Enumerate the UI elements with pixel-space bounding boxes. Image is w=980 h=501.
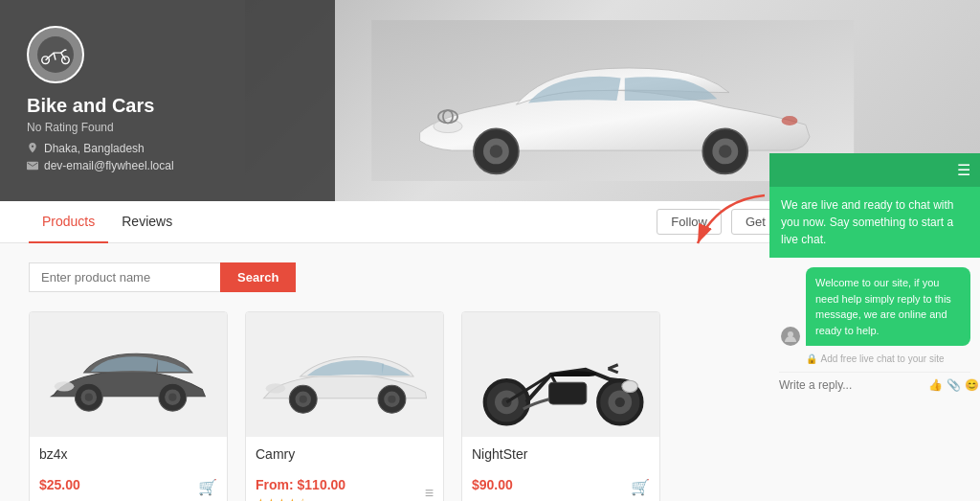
svg-point-6 (719, 145, 731, 157)
product-image-nightster (462, 312, 659, 437)
product-details-bz4x: bz4x (30, 437, 227, 477)
chat-menu-icon[interactable]: ☰ (957, 161, 970, 179)
vendor-name: Bike and Cars (27, 95, 308, 117)
add-to-cart-nightster[interactable]: 🛒 (631, 478, 650, 496)
chat-greeting: We are live and ready to chat with you n… (769, 187, 980, 258)
search-group: Search (29, 262, 296, 292)
product-details-camry: Camry (246, 437, 443, 477)
product-footer-nightster: $90.00 🛒 (462, 477, 659, 501)
product-stars-camry: ★★★★☆ (256, 496, 345, 501)
svg-point-26 (168, 394, 176, 401)
chat-message-bubble: Welcome to our site, if you need help si… (806, 267, 970, 346)
product-name-nightster: NightSter (472, 446, 650, 462)
vendor-avatar (27, 26, 84, 83)
svg-point-34 (388, 396, 395, 403)
product-details-nightster: NightSter (462, 437, 659, 477)
product-image-bz4x (30, 312, 227, 437)
vendor-rating: No Rating Found (27, 121, 308, 134)
vendor-location: Dhaka, Bangladesh (27, 142, 308, 155)
svg-point-10 (781, 116, 797, 125)
product-options-camry[interactable]: ≡ (425, 485, 434, 501)
search-input[interactable] (29, 262, 220, 292)
chat-body: Welcome to our site, if you need help si… (769, 258, 980, 399)
tab-products[interactable]: Products (29, 201, 108, 243)
svg-point-7 (434, 120, 462, 132)
svg-rect-43 (549, 382, 587, 404)
tab-reviews[interactable]: Reviews (108, 201, 186, 243)
svg-point-3 (489, 145, 501, 157)
product-image-camry (246, 312, 443, 437)
attachment-icon[interactable]: 📎 (947, 378, 961, 392)
svg-point-35 (266, 383, 286, 393)
chat-reply-actions: 👍 📎 😊 (928, 378, 979, 392)
svg-point-23 (85, 394, 93, 401)
product-price-camry: From: $110.00 (256, 477, 345, 492)
chat-promo: 🔒 Add free live chat to your site (779, 353, 970, 364)
chat-widget: ☰ We are live and ready to chat with you… (769, 153, 980, 195)
product-footer-camry: From: $110.00 ★★★★☆ ≡ (246, 477, 443, 501)
product-card-bz4x: bz4x $25.00 🛒 (29, 311, 228, 501)
product-card-nightster: NightSter $90.00 🛒 (461, 311, 660, 501)
product-name-bz4x: bz4x (39, 446, 217, 462)
chat-header: ☰ (769, 153, 980, 187)
svg-point-31 (300, 396, 307, 403)
thumbs-up-icon[interactable]: 👍 (928, 378, 943, 392)
svg-point-11 (37, 36, 74, 73)
svg-point-44 (622, 380, 637, 392)
svg-point-42 (615, 398, 625, 407)
vendor-email: dev-email@flywheel.local (27, 159, 308, 172)
chat-reply-bar: 👍 📎 😊 (779, 372, 970, 392)
search-button[interactable]: Search (220, 262, 296, 292)
svg-point-27 (55, 381, 75, 391)
emoji-icon[interactable]: 😊 (965, 378, 979, 392)
product-card-camry: Camry From: $110.00 ★★★★☆ ≡ (245, 311, 444, 501)
chat-agent-avatar (781, 327, 800, 346)
vendor-info-box: Bike and Cars No Rating Found Dhaka, Ban… (0, 0, 335, 201)
chat-reply-input[interactable] (779, 378, 923, 392)
nav-tabs: Products Reviews (29, 201, 657, 243)
product-price-nightster: $90.00 (472, 477, 513, 492)
add-to-cart-bz4x[interactable]: 🛒 (198, 478, 217, 496)
product-grid: bz4x $25.00 🛒 (29, 311, 660, 501)
product-price-bz4x: $25.00 (39, 477, 80, 492)
product-footer-bz4x: $25.00 🛒 (30, 477, 227, 501)
product-name-camry: Camry (256, 446, 434, 462)
